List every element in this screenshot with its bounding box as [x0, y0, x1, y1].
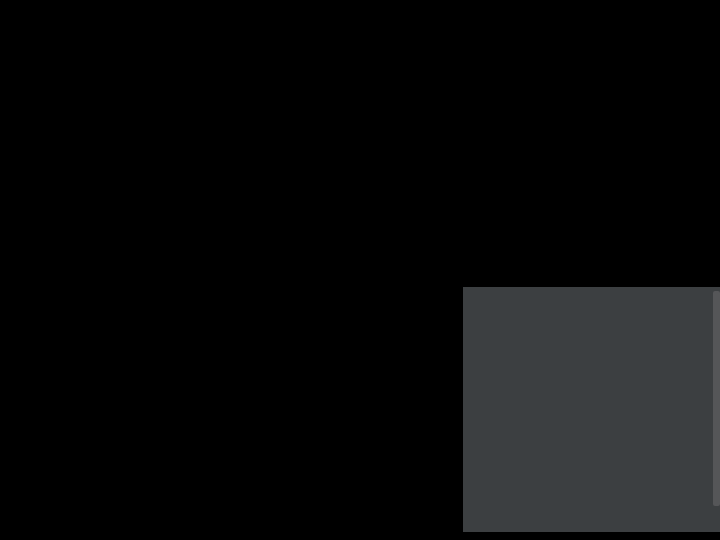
vertical-scrollbar[interactable] — [713, 291, 720, 506]
project-tree-panel — [463, 287, 720, 532]
